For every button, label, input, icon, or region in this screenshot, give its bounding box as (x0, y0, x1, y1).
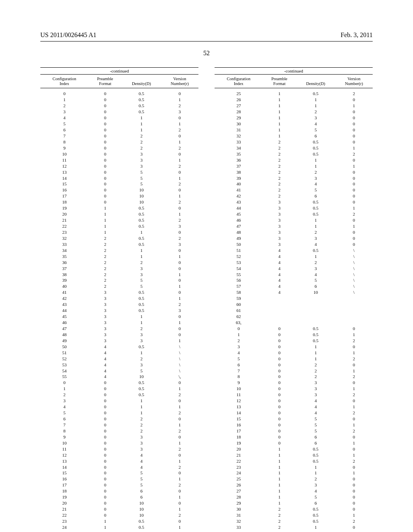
table-cell: 0 (88, 476, 122, 482)
table-cell: 2 (335, 518, 373, 524)
table-row: 46311 (40, 320, 198, 326)
table-cell: 55 (215, 272, 263, 278)
table-cell: 1 (335, 452, 373, 458)
table-cell: 41 (215, 187, 263, 193)
col-header-preamble: PreambleFormat (88, 75, 122, 88)
table-cell: 12 (40, 452, 88, 458)
table-cell: 0 (335, 495, 373, 501)
table-cell: 40 (40, 284, 88, 290)
table-cell: 23 (40, 518, 88, 524)
table-row: 14042 (215, 410, 373, 416)
table-cell: 17 (40, 193, 88, 200)
table-cell: \ (335, 290, 373, 296)
table-cell: 2 (88, 254, 122, 260)
table-row: 48320 (215, 229, 373, 235)
table-cell: 7 (215, 368, 263, 374)
table-cell: 3 (161, 223, 198, 229)
table-cell: 0.5 (296, 458, 335, 464)
table-cell: 0.5 (296, 247, 335, 254)
table-cell: 1 (122, 121, 161, 127)
table-cell: 4 (215, 350, 263, 356)
table-cell: 0 (263, 410, 296, 416)
table-cell: 1 (335, 368, 373, 374)
table-cell: 2 (88, 247, 122, 254)
table-cell (335, 308, 373, 314)
table-cell: 44 (215, 206, 263, 212)
table-row: 7021 (215, 368, 373, 374)
table-cell: 0 (263, 362, 296, 368)
table-row: 100.51 (215, 332, 373, 338)
table-cell: 0 (88, 157, 122, 163)
table-cell: 6 (296, 284, 335, 290)
table-cell (263, 308, 296, 314)
table-cell: 4 (263, 272, 296, 278)
table-cell: 3 (263, 229, 296, 235)
table-cell: 2 (335, 410, 373, 416)
table-cell: 0 (88, 175, 122, 181)
table-cell: 42 (40, 296, 88, 302)
table-cell: 0 (263, 392, 296, 398)
table-cell: 39 (40, 278, 88, 284)
right-column: -continued ConfigurationIndex PreambleFo… (215, 67, 373, 530)
table-cell: 1 (161, 320, 198, 326)
table-cell: 1 (88, 223, 122, 229)
table-cell: 5 (296, 127, 335, 133)
table-cell: 0 (161, 187, 198, 193)
col-header-config: ConfigurationIndex (215, 75, 263, 88)
table-cell: 2 (122, 416, 161, 422)
table-cell: \ (161, 350, 198, 356)
col-header-preamble: PreambleFormat (263, 75, 296, 88)
table-row: 18060 (215, 434, 373, 440)
table-cell: 0.5 (296, 145, 335, 151)
table-row: 12040 (40, 452, 198, 458)
table-cell: 1 (88, 229, 122, 235)
table-row: 25120 (215, 476, 373, 482)
table-cell: 0 (88, 398, 122, 404)
table-row: 37230 (40, 266, 198, 272)
table-cell: 3 (296, 482, 335, 488)
table-cell: 2 (161, 127, 198, 133)
page-header: US 2011/0026445 A1 Feb. 3, 2011 (40, 31, 373, 39)
table-cell: 3 (88, 296, 122, 302)
table-cell: 1 (122, 127, 161, 133)
table-row: 200.52 (40, 392, 198, 398)
table-cell: 20 (215, 446, 263, 452)
table-cell: 0 (263, 338, 296, 344)
table-cell: 8 (40, 139, 88, 145)
table-cell: 11 (40, 157, 88, 163)
table-cell: 2 (335, 91, 373, 97)
table-cell: 25 (215, 91, 263, 97)
table-cell: 32 (40, 235, 88, 241)
continued-label: -continued (215, 68, 373, 74)
table-row: 42260 (215, 193, 373, 200)
table-cell: 2 (263, 145, 296, 151)
table-cell: 0 (88, 452, 122, 458)
table-cell: 3 (263, 200, 296, 206)
table-row: 160100 (40, 187, 198, 193)
col-header-version: VersionNumber(r) (335, 75, 373, 88)
table-cell: \, (161, 374, 198, 380)
table-row: 2010.51 (40, 212, 198, 218)
table-cell: 1 (296, 103, 335, 109)
table-row: 32160 (215, 133, 373, 139)
table-cell: 10 (122, 507, 161, 513)
table-cell: 11 (215, 392, 263, 398)
table-cell: 0 (161, 332, 198, 338)
table-cell (335, 314, 373, 320)
table-cell: 4 (263, 260, 296, 266)
table-cell: 0 (263, 416, 296, 422)
table-cell: 43 (215, 200, 263, 206)
table-cell: 0 (161, 501, 198, 507)
table-row: 12040 (215, 398, 373, 404)
table-cell: 52 (215, 254, 263, 260)
table-cell: 5 (122, 470, 161, 476)
table-cell: 29 (215, 501, 263, 507)
table-cell: 4 (263, 254, 296, 260)
config-table-right: -continued ConfigurationIndex PreambleFo… (215, 67, 373, 530)
table-cell: 2 (122, 260, 161, 266)
table-cell: 1 (161, 476, 198, 482)
table-cell: 2 (263, 181, 296, 187)
table-cell: 8 (215, 374, 263, 380)
table-cell: 0.5 (122, 223, 161, 229)
table-cell: 0 (88, 127, 122, 133)
